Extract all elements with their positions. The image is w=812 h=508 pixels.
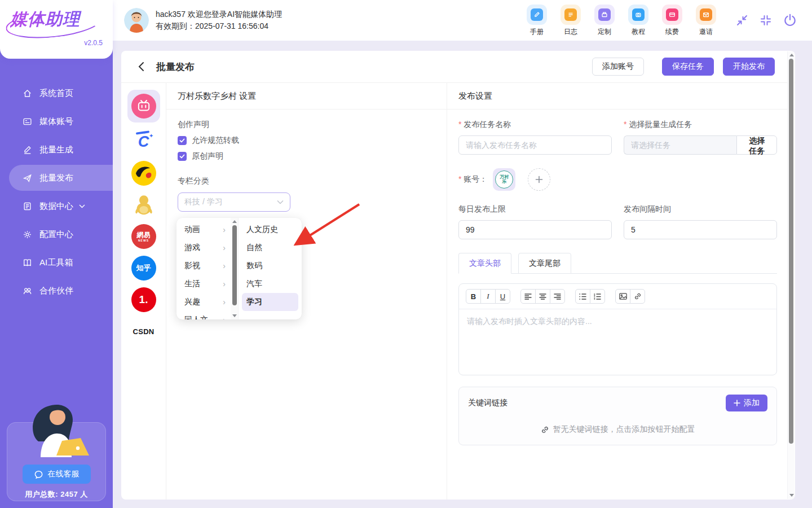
scrollbar-thumb[interactable] xyxy=(789,59,793,444)
insert-image-button[interactable] xyxy=(615,289,630,304)
home-icon xyxy=(23,89,32,98)
online-service-button[interactable]: 在线客服 xyxy=(23,465,91,484)
sidebar-item-media-accounts[interactable]: 媒体账号 xyxy=(0,107,113,135)
platform-qq[interactable] xyxy=(131,192,156,217)
scroll-down-arrow[interactable] xyxy=(232,314,237,317)
italic-button[interactable]: I xyxy=(480,289,496,304)
tutorial-button[interactable]: 教程 xyxy=(628,5,648,37)
tab-article-header[interactable]: 文章头部 xyxy=(458,253,511,274)
cascader-option-study-selected[interactable]: 学习 xyxy=(242,293,298,311)
checkbox-original-declaration[interactable]: 原创声明 xyxy=(178,151,435,161)
align-center-button[interactable] xyxy=(535,289,550,304)
page-title: 批量发布 xyxy=(156,60,195,73)
bold-button[interactable]: B xyxy=(466,289,481,304)
scroll-up-arrow[interactable] xyxy=(789,54,794,56)
category-label: 专栏分类 xyxy=(178,176,435,186)
cascader-level1: 动画› 游戏› 影视› 生活› 兴趣› 同人文› xyxy=(176,218,231,319)
custom-button[interactable]: 定制 xyxy=(594,5,615,37)
option-label: 游戏 xyxy=(184,243,223,253)
add-account-button[interactable]: 添加账号 xyxy=(592,58,644,76)
add-account-plus-button[interactable] xyxy=(528,168,550,191)
platform-yidianzixun[interactable]: 1. xyxy=(131,287,156,312)
app-version: v2.0.5 xyxy=(10,39,103,47)
compress-corners-icon[interactable] xyxy=(759,14,773,27)
save-task-button[interactable]: 保存任务 xyxy=(662,58,714,76)
cascader-option-film[interactable]: 影视› xyxy=(176,257,231,275)
cascader-option-nature[interactable]: 自然 xyxy=(242,239,298,257)
tab-article-footer[interactable]: 文章尾部 xyxy=(518,253,571,274)
cascader-option-clipped[interactable]: 同人文› xyxy=(176,311,231,319)
renew-button[interactable]: 续费 xyxy=(662,5,682,37)
window-controls xyxy=(735,13,797,28)
keyword-add-button[interactable]: 添加 xyxy=(726,395,767,411)
main-scrollbar[interactable] xyxy=(787,51,795,499)
sidebar-item-label: 合作伙伴 xyxy=(39,286,73,296)
declaration-label: 创作声明 xyxy=(178,120,435,130)
underline-button[interactable]: U xyxy=(495,289,510,304)
select-task-input[interactable] xyxy=(624,135,736,155)
editor-toolbar: B I U xyxy=(459,284,776,309)
sidebar-item-batch-publish[interactable]: 批量发布 xyxy=(9,165,113,191)
cascader-option-car[interactable]: 汽车 xyxy=(242,275,298,293)
platform-bilibili[interactable] xyxy=(127,90,160,122)
option-label: 影视 xyxy=(184,261,223,271)
scroll-up-arrow[interactable] xyxy=(232,220,237,223)
align-right-button[interactable] xyxy=(550,289,565,304)
platform-sohu[interactable] xyxy=(131,161,156,186)
link-icon xyxy=(634,292,642,300)
platform-rail: C ✦ 網易 NEWS 知乎 xyxy=(121,83,166,500)
checkbox-allow-repost[interactable]: 允许规范转载 xyxy=(178,135,435,146)
align-left-button[interactable] xyxy=(520,289,536,304)
option-label: 汽车 xyxy=(246,279,262,289)
task-name-input[interactable] xyxy=(458,135,612,155)
interval-input[interactable] xyxy=(624,220,777,239)
platform-csdn[interactable]: CSDN xyxy=(131,319,156,344)
sidebar-item-ai-toolbox[interactable]: AI工具箱 xyxy=(0,248,113,277)
sidebar-item-home[interactable]: 系统首页 xyxy=(0,79,113,107)
manual-button[interactable]: 手册 xyxy=(527,5,547,37)
user-avatar[interactable] xyxy=(124,8,149,33)
scroll-down-arrow[interactable] xyxy=(789,494,794,497)
platform-zhihu[interactable]: 知乎 xyxy=(131,256,156,281)
numbered-list-icon xyxy=(594,294,601,300)
back-button[interactable] xyxy=(135,60,147,73)
log-button[interactable]: 日志 xyxy=(561,5,581,37)
cascader-option-life[interactable]: 生活› xyxy=(176,275,231,293)
sidebar-item-config-center[interactable]: 配置中心 xyxy=(0,220,113,248)
scrollbar-thumb[interactable] xyxy=(232,225,237,305)
cascader-scrollbar[interactable] xyxy=(231,218,238,319)
sidebar-item-label: 数据中心 xyxy=(39,201,73,212)
category-select-value: 科技 / 学习 xyxy=(184,197,277,207)
start-publish-button[interactable]: 开始发布 xyxy=(723,58,775,76)
sidebar-item-data-center[interactable]: 数据中心 xyxy=(0,192,113,220)
sidebar-item-batch-generate[interactable]: 批量生成 xyxy=(0,135,113,164)
bullet-list-button[interactable] xyxy=(575,289,590,304)
platform-c-plus[interactable]: C ✦ xyxy=(131,129,156,154)
platform-netease[interactable]: 網易 NEWS xyxy=(131,224,156,249)
cascader-option-humanities[interactable]: 人文历史 xyxy=(242,221,298,239)
quick-action-label: 教程 xyxy=(632,27,645,37)
online-service-label: 在线客服 xyxy=(48,469,80,479)
cascader-option-game[interactable]: 游戏› xyxy=(176,239,231,257)
qq-penguin-icon xyxy=(132,193,156,217)
link-icon xyxy=(541,426,549,434)
cascader-option-anime[interactable]: 动画› xyxy=(176,221,231,239)
select-task-button[interactable]: 选择任务 xyxy=(736,135,777,155)
quick-actions: 手册 日志 定制 教程 续费 邀请 xyxy=(527,5,716,37)
chevron-down-icon xyxy=(79,204,85,208)
editor-content-area[interactable]: 请输入发布时插入文章头部的内容... xyxy=(459,309,776,375)
cascader-option-interest[interactable]: 兴趣› xyxy=(176,293,231,311)
data-list-icon xyxy=(23,202,32,211)
insert-link-button[interactable] xyxy=(630,289,645,304)
numbered-list-button[interactable] xyxy=(590,289,605,304)
cascader-option-digital[interactable]: 数码 xyxy=(242,257,298,275)
category-select[interactable]: 科技 / 学习 xyxy=(178,192,290,212)
sparkle-icon: ✦ xyxy=(149,133,153,139)
power-icon[interactable] xyxy=(783,13,797,28)
account-avatar[interactable]: 万村乐 xyxy=(493,168,515,191)
compress-arrows-icon[interactable] xyxy=(735,14,749,27)
sidebar-item-partners[interactable]: 合作伙伴 xyxy=(0,277,113,305)
top-header: hack357 欢迎您登录AI智能媒体助理 有效期到：2025-07-31 16… xyxy=(113,0,812,41)
invite-button[interactable]: 邀请 xyxy=(696,5,716,37)
daily-limit-input[interactable] xyxy=(458,220,612,239)
